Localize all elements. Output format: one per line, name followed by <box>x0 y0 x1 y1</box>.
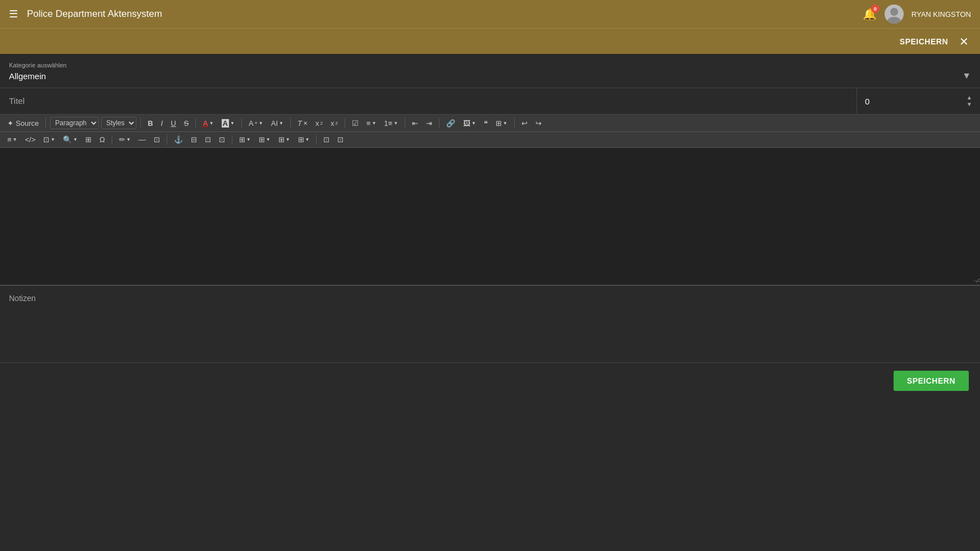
avatar[interactable] <box>885 4 904 24</box>
iframe-icon: ⊡ <box>154 135 160 144</box>
bullet-list-button[interactable]: ≡ ▼ <box>364 118 379 129</box>
separator-6 <box>345 118 345 128</box>
blockquote-button[interactable]: ❝ <box>481 118 491 129</box>
subheader-actions: SPEICHERN ✕ <box>900 35 969 48</box>
insert-table-button[interactable]: ⊞ ▼ <box>236 134 254 145</box>
clear-format-icon: T <box>297 119 302 127</box>
separator-2 <box>140 118 141 128</box>
bullet-list-icon: ≡ <box>367 119 371 127</box>
spinner-down-button[interactable]: ▼ <box>967 102 972 107</box>
notes-label: Notizen <box>9 294 971 303</box>
category-label: Kategorie auswählen <box>9 62 971 69</box>
app-title: Police Department Aktensystem <box>27 8 162 20</box>
div-box-button[interactable]: ⊟ <box>188 134 200 145</box>
subscript-button[interactable]: x2 <box>313 118 326 129</box>
table-col-button[interactable]: ⊞ ▼ <box>256 134 273 145</box>
header-right: 🔔 0 RYAN KINGSTON <box>863 4 971 24</box>
font-color-button[interactable]: A ▼ <box>200 118 216 129</box>
paragraph-select[interactable]: Paragraph Heading 1 Heading 2 Heading 3 <box>50 117 99 129</box>
styles-select[interactable]: Styles <box>101 117 136 129</box>
merge-cells-button[interactable]: ⊡ <box>320 134 332 145</box>
find-replace-button[interactable]: 🔍 ▼ <box>60 134 80 145</box>
redo-button[interactable]: ↪ <box>533 118 544 129</box>
clear-format-slash: ✕ <box>303 120 308 126</box>
table-props-icon: ⊞ <box>85 135 91 144</box>
title-row: ▲ ▼ <box>0 88 980 115</box>
undo-icon: ↩ <box>521 119 528 127</box>
ai-button[interactable]: AI ▼ <box>268 118 286 129</box>
category-select[interactable]: Allgemein ▼ <box>9 71 971 81</box>
category-section: Kategorie auswählen Allgemein ▼ <box>0 54 980 88</box>
template-button[interactable]: ⊡ ▼ <box>40 134 58 145</box>
anchor-button[interactable]: ⚓ <box>171 134 186 145</box>
separator-3 <box>195 118 196 128</box>
strikethrough-button[interactable]: S <box>181 118 192 129</box>
split-cells-button[interactable]: ⊡ <box>335 134 346 145</box>
div-box3-button[interactable]: ⊡ <box>216 134 228 145</box>
subheader-save-button[interactable]: SPEICHERN <box>900 37 948 46</box>
special-char-icon: Ω <box>99 135 105 144</box>
editor-section: ✦ Source Paragraph Heading 1 Heading 2 H… <box>0 115 980 286</box>
indent-button[interactable]: ⇥ <box>423 118 435 129</box>
subheader: SPEICHERN ✕ <box>0 28 980 54</box>
numbered-list-button[interactable]: 1≡ ▼ <box>381 118 401 129</box>
special-char-button[interactable]: Ω <box>97 134 108 145</box>
editor-textarea[interactable] <box>0 148 980 283</box>
hr-button[interactable]: — <box>136 134 149 145</box>
table-row-button[interactable]: ⊞ ▼ <box>276 134 293 145</box>
table-cell-button[interactable]: ⊞ ▼ <box>295 134 313 145</box>
iframe-button[interactable]: ⊡ <box>151 134 163 145</box>
notification-button[interactable]: 🔔 0 <box>863 7 877 21</box>
code-view-button[interactable]: </> <box>22 134 39 145</box>
div-box2-icon: ⊡ <box>205 135 211 144</box>
highlight-button[interactable]: ✏ ▼ <box>116 134 134 145</box>
italic-button[interactable]: I <box>158 118 166 129</box>
redo-icon: ↪ <box>535 119 542 127</box>
bottom-bar: SPEICHERN <box>0 363 980 399</box>
close-icon[interactable]: ✕ <box>959 35 969 48</box>
highlight-icon: ✏ <box>119 135 125 144</box>
separator-1 <box>45 118 46 128</box>
hamburger-icon[interactable]: ☰ <box>9 8 18 20</box>
header: ☰ Police Department Aktensystem 🔔 0 RYAN… <box>0 0 980 28</box>
main-content: Kategorie auswählen Allgemein ▼ ▲ ▼ ✦ So… <box>0 54 980 399</box>
font-size-up-button[interactable]: A + ▼ <box>246 118 266 129</box>
image-button[interactable]: 🖼 ▼ <box>460 118 479 129</box>
table-props-button[interactable]: ⊞ <box>83 134 94 145</box>
header-left: ☰ Police Department Aktensystem <box>9 8 162 20</box>
username-label[interactable]: RYAN KINGSTON <box>912 10 971 19</box>
editor-content-area: ⤡ <box>0 148 980 285</box>
table-col-icon: ⊞ <box>259 135 265 144</box>
clear-format-button[interactable]: T ✕ <box>295 118 310 129</box>
number-input[interactable] <box>865 97 910 106</box>
underline-button[interactable]: U <box>168 118 178 129</box>
table-cell-icon: ⊞ <box>298 135 304 144</box>
align-button[interactable]: ≡ ▼ <box>4 134 20 145</box>
chevron-down-icon: ▼ <box>962 71 971 81</box>
source-button[interactable]: ✦ Source <box>4 118 42 129</box>
undo-button[interactable]: ↩ <box>519 118 530 129</box>
superscript-button[interactable]: x2 <box>328 118 341 129</box>
toolbar-row-1: ✦ Source Paragraph Heading 1 Heading 2 H… <box>0 115 980 132</box>
find-replace-icon: 🔍 <box>63 135 72 144</box>
title-input[interactable] <box>9 96 848 106</box>
outdent-button[interactable]: ⇤ <box>409 118 421 129</box>
separator-r2-1 <box>112 135 112 145</box>
notes-textarea[interactable] <box>9 307 971 352</box>
div-box2-button[interactable]: ⊡ <box>202 134 214 145</box>
bold-button[interactable]: B <box>145 118 155 129</box>
split-cells-icon: ⊡ <box>337 135 344 144</box>
resize-handle-icon[interactable]: ⤡ <box>973 278 979 284</box>
link-button[interactable]: 🔗 <box>443 118 458 129</box>
source-icon: ✦ <box>7 119 13 127</box>
bottom-save-button[interactable]: SPEICHERN <box>894 371 969 391</box>
embed-button[interactable]: ⊞ ▼ <box>493 118 510 129</box>
insert-table-icon: ⊞ <box>239 135 245 144</box>
number-field-wrapper: ▲ ▼ <box>857 88 980 114</box>
separator-7 <box>405 118 405 128</box>
bg-color-button[interactable]: A ▼ <box>219 118 237 129</box>
hr-icon: — <box>139 135 146 144</box>
separator-4 <box>241 118 242 128</box>
spinner-up-button[interactable]: ▲ <box>967 95 972 101</box>
checklist-button[interactable]: ☑ <box>349 118 361 129</box>
